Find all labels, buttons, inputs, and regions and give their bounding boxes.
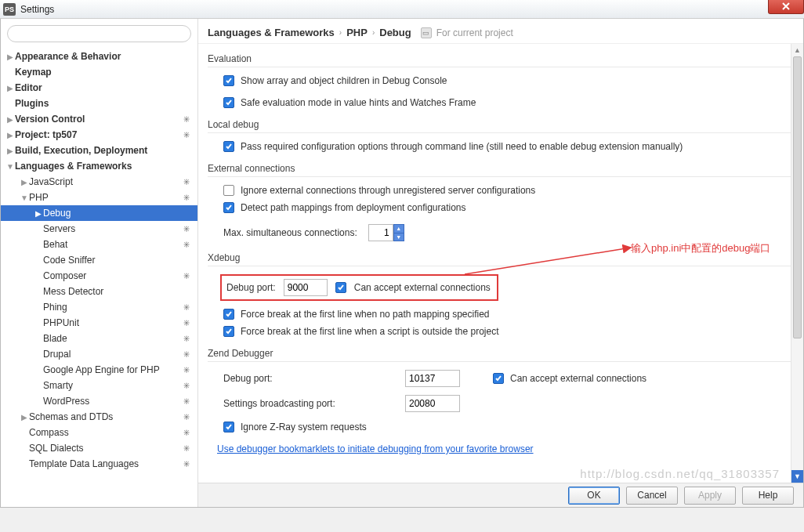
gear-icon: ⛯ [183,302,191,312]
tree-item[interactable]: WordPress⛯ [1,393,197,409]
tree-item[interactable]: SQL Dialects⛯ [1,440,197,456]
checkbox-force2[interactable] [223,326,234,337]
tree-item-label: Phing [43,302,67,313]
gear-icon: ⛯ [183,318,191,328]
tree-item[interactable]: ▼Languages & Frameworks [1,158,197,174]
gear-icon: ⛯ [183,177,191,186]
tree-arrow-icon: ▼ [5,162,15,171]
search-input[interactable] [7,25,191,42]
tree-item[interactable]: Smarty⛯ [1,378,197,393]
tree-arrow-icon: ▶ [5,52,15,61]
search-wrap [1,19,197,49]
tree-item[interactable]: Code Sniffer [1,252,197,268]
xdebug-port-input[interactable] [284,279,328,296]
help-button[interactable]: Help [742,487,794,505]
checkbox-safe-eval[interactable] [223,97,234,108]
tree-item-label: Editor [15,82,42,93]
bookmarklets-link[interactable]: Use debugger bookmarklets to initiate de… [217,443,534,454]
breadcrumb-a: Languages & Frameworks [208,27,335,38]
settings-tree[interactable]: ▶Appearance & BehaviorKeymap▶EditorPlugi… [1,49,197,507]
tree-item[interactable]: Drupal⛯ [1,346,197,362]
tree-item[interactable]: Keymap [1,64,197,80]
label-xdebug-port: Debug port: [226,282,276,293]
tree-item-label: PHPUnit [43,317,79,328]
tree-item[interactable]: ▶Editor [1,80,197,96]
scroll-down-icon[interactable]: ▼ [791,470,803,483]
tree-item[interactable]: Plugins [1,96,197,111]
tree-item[interactable]: ▶Build, Execution, Deployment [1,143,197,158]
max-conn-input[interactable] [368,224,393,241]
tree-item[interactable]: ▶Version Control⛯ [1,111,197,127]
tree-item[interactable]: ▶Project: tp507⛯ [1,127,197,143]
button-bar: OK Cancel Apply Help [198,483,803,507]
tree-item[interactable]: Google App Engine for PHP⛯ [1,362,197,378]
checkbox-xdebug-accept[interactable] [335,282,346,293]
label-force2: Force break at the first line when a scr… [241,326,499,337]
tree-item[interactable]: Composer⛯ [1,268,197,284]
gear-icon: ⛯ [183,412,191,422]
tree-item[interactable]: Phing⛯ [1,299,197,315]
label-broadcast: Settings broadcasting port: [223,398,396,409]
tree-item[interactable]: PHPUnit⛯ [1,315,197,331]
tree-item[interactable]: Servers⛯ [1,221,197,237]
cancel-button[interactable]: Cancel [626,487,678,505]
label-pass-config: Pass required configuration options thro… [241,141,683,152]
apply-button[interactable]: Apply [684,487,736,505]
tree-item-label: Mess Detector [43,286,103,297]
spinner-down-icon[interactable]: ▼ [393,233,404,242]
close-button[interactable] [768,0,804,14]
chevron-right-icon: › [339,28,342,37]
checkbox-force1[interactable] [223,309,234,320]
gear-icon: ⛯ [183,240,191,249]
label-ignore-ext: Ignore external connections through unre… [241,185,535,196]
tree-item-label: Debug [43,208,71,219]
tree-item[interactable]: ▶Debug [1,205,197,221]
title-bar: PS Settings [0,0,804,19]
sidebar: ▶Appearance & BehaviorKeymap▶EditorPlugi… [1,19,198,507]
gear-icon: ⛯ [183,396,191,406]
gear-icon: ⛯ [183,224,191,233]
section-evaluation: Evaluation Show array and object childre… [208,53,791,108]
checkbox-zray[interactable] [223,422,234,432]
checkbox-detect-path[interactable] [223,202,234,213]
chevron-right-icon: › [372,28,375,37]
tree-item[interactable]: ▼PHP⛯ [1,190,197,205]
scrollbar[interactable]: ▲ ▼ [791,44,803,483]
gear-icon: ⛯ [183,349,191,359]
gear-icon: ⛯ [183,459,191,469]
label-zend-accept: Can accept external connections [510,373,646,384]
checkbox-show-array[interactable] [223,75,234,86]
breadcrumb-c: Debug [379,27,411,38]
tree-arrow-icon: ▶ [5,131,15,139]
checkbox-pass-config[interactable] [223,141,234,152]
scroll-up-icon[interactable]: ▲ [791,44,803,56]
broadcast-port-input[interactable] [405,395,460,412]
tree-item[interactable]: Behat⛯ [1,237,197,252]
project-label: For current project [436,27,513,38]
tree-item[interactable]: Template Data Languages⛯ [1,456,197,472]
tree-item[interactable]: Mess Detector [1,284,197,299]
tree-arrow-icon: ▼ [20,194,29,202]
tree-item[interactable]: ▶Appearance & Behavior [1,49,197,64]
spinner-up-icon[interactable]: ▲ [393,224,404,233]
tree-item[interactable]: ▶Schemas and DTDs⛯ [1,409,197,425]
spinner[interactable]: ▲▼ [393,224,404,241]
tree-item-label: Languages & Frameworks [15,161,132,172]
app-icon: PS [3,3,16,16]
tree-item[interactable]: Blade⛯ [1,331,197,346]
ok-button[interactable]: OK [568,487,620,505]
tree-item[interactable]: ▶JavaScript⛯ [1,174,197,190]
scroll-thumb[interactable] [793,56,802,338]
label-safe-eval: Safe evaluation mode in value hints and … [241,97,476,108]
zend-port-input[interactable] [405,370,460,387]
tree-item[interactable]: Compass⛯ [1,425,197,440]
content-scroller[interactable]: Evaluation Show array and object childre… [198,44,803,483]
checkbox-ignore-ext[interactable] [223,185,234,196]
gear-icon: ⛯ [183,114,191,124]
gear-icon: ⛯ [183,428,191,437]
checkbox-zend-accept[interactable] [493,373,504,384]
gear-icon: ⛯ [183,271,191,280]
gear-icon: ⛯ [183,334,191,343]
section-xdebug: Xdebug 输入php.ini中配置的debug端口 Debug port: … [208,252,791,337]
tree-item-label: Appearance & Behavior [15,51,121,62]
